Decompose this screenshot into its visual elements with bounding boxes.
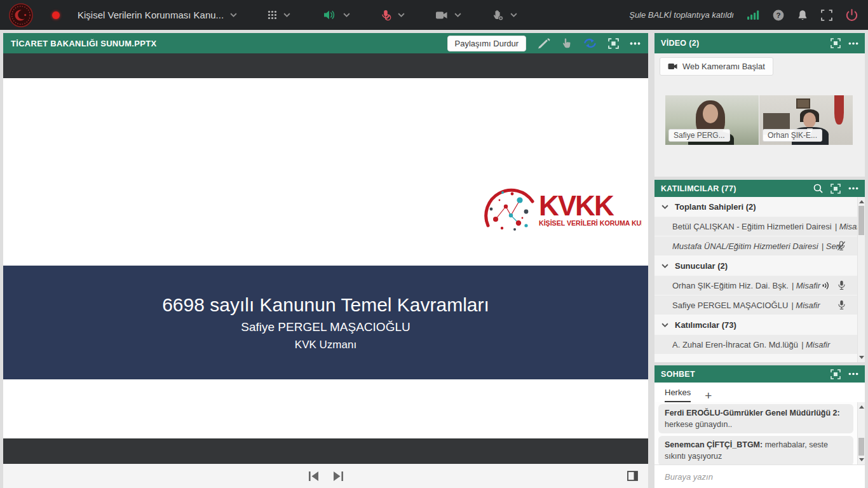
kvkk-logo: KVKK KİŞİSEL VERİLERİ KORUMA KURUMU xyxy=(483,186,642,233)
participant-tag: | Misafir xyxy=(801,340,830,349)
ministry-logo xyxy=(9,3,33,27)
chat-panel-header: SOHBET xyxy=(654,365,865,383)
sidebar-toggle-icon[interactable] xyxy=(627,471,638,481)
participant-row[interactable]: A. Zuhal Eren-İhracat Gn. Md.lüğü | Misa… xyxy=(654,335,857,354)
scroll-up-arrow[interactable] xyxy=(859,405,864,409)
chat-messages: Ferdi EROĞLU-Gümrükler Genel Müdürlüğü 2… xyxy=(654,402,865,464)
presentation-header: TİCARET BAKANLIĞI SUNUM.PPTX Paylaşımı D… xyxy=(3,33,648,53)
start-webcam-button[interactable]: Web Kameramı Başlat xyxy=(660,57,773,76)
chat-more-icon[interactable] xyxy=(848,372,858,376)
chat-maximize-icon[interactable] xyxy=(831,369,841,379)
scroll-thumb[interactable] xyxy=(858,438,864,456)
participant-row[interactable]: Mustafa ÜNAL/Eğitim Hizmetleri Dairesi |… xyxy=(654,236,857,255)
sync-swap-icon[interactable] xyxy=(583,38,597,48)
video-tile[interactable]: Orhan ŞIK-E... xyxy=(759,95,853,145)
notifications-bell-icon[interactable] xyxy=(797,10,808,21)
search-icon[interactable] xyxy=(813,184,823,193)
participant-name: Betül ÇALIŞKAN - Eğitim Hizmetleri Daire… xyxy=(672,222,832,231)
participant-name: Orhan ŞIK-Eğitim Hiz. Dai. Bşk. xyxy=(672,281,789,290)
video-more-icon[interactable] xyxy=(848,42,858,45)
microphone-chevron-icon[interactable] xyxy=(398,13,405,18)
chevron-down-icon xyxy=(661,205,668,210)
chat-tab-everyone[interactable]: Herkes xyxy=(665,388,691,402)
previous-slide-icon[interactable] xyxy=(308,471,319,481)
raise-hand-icon[interactable] xyxy=(492,10,504,21)
chat-message: Ferdi EROĞLU-Gümrükler Genel Müdürlüğü 2… xyxy=(658,404,853,433)
participant-tag: | Misafir xyxy=(835,222,857,231)
pencil-annotate-icon[interactable] xyxy=(537,38,551,49)
presentation-panel: TİCARET BAKANLIĞI SUNUM.PPTX Paylaşımı D… xyxy=(3,33,648,488)
slide-navigation xyxy=(3,464,648,488)
group-meeting-owners[interactable]: Toplantı Sahipleri (2) xyxy=(654,197,857,217)
participant-tag: | Misafir xyxy=(791,301,820,310)
apps-grid-chevron-icon[interactable] xyxy=(283,13,290,18)
pointer-hand-icon[interactable] xyxy=(562,37,572,49)
meeting-title[interactable]: Kişisel Verilerin Korunması Kanu... xyxy=(78,10,224,20)
presentation-viewport: KVKK KİŞİSEL VERİLERİ KORUMA KURUMU 6698… xyxy=(3,53,648,488)
microphone-on-icon[interactable] xyxy=(837,280,846,290)
participants-list: Toplantı Sahipleri (2) Betül ÇALIŞKAN - … xyxy=(654,197,857,362)
sidebar: VİDEO (2) xyxy=(654,33,865,488)
participant-avatar-face xyxy=(703,104,718,123)
camera-chevron-icon[interactable] xyxy=(454,13,461,18)
chat-input[interactable] xyxy=(654,472,865,482)
scroll-down-arrow[interactable] xyxy=(859,458,864,461)
participants-panel-title: KATILIMCILAR (77) xyxy=(661,184,736,193)
chat-scrollbar[interactable] xyxy=(857,402,865,464)
fullscreen-icon[interactable] xyxy=(821,10,832,21)
speaker-chevron-icon[interactable] xyxy=(343,13,350,18)
chat-panel: SOHBET Herkes + Ferd xyxy=(654,365,865,488)
participants-maximize-icon[interactable] xyxy=(831,184,841,194)
chat-input-row xyxy=(654,464,865,488)
slide-title: 6698 sayılı Kanunun Temel Kavramları xyxy=(162,294,489,316)
video-maximize-icon[interactable] xyxy=(831,38,841,48)
microphone-off-icon[interactable] xyxy=(837,241,846,251)
apps-grid-icon[interactable] xyxy=(268,10,277,20)
video-tile[interactable]: Safiye PERG... xyxy=(665,95,759,145)
participant-row[interactable]: Safiye PERGEL MAŞACIOĞLU | Misafir xyxy=(654,295,857,315)
add-chat-tab-icon[interactable]: + xyxy=(705,391,712,402)
presentation-title: TİCARET BAKANLIĞI SUNUM.PPTX xyxy=(11,39,156,48)
group-label: Toplantı Sahipleri (2) xyxy=(675,202,756,212)
chevron-down-icon xyxy=(661,264,668,269)
slide-presenter-role: KVK Uzmanı xyxy=(295,339,356,351)
scroll-down-arrow[interactable] xyxy=(859,356,864,359)
speaker-icon[interactable] xyxy=(323,10,337,20)
recording-indicator xyxy=(52,11,60,19)
group-presenters[interactable]: Sunucular (2) xyxy=(654,256,857,276)
svg-text:KVKK: KVKK xyxy=(539,190,614,221)
background-picture-frame xyxy=(796,98,810,109)
video-panel-header: VİDEO (2) xyxy=(654,33,865,53)
group-label: Katılımcılar (73) xyxy=(675,320,736,330)
group-label: Sunucular (2) xyxy=(675,261,728,271)
participants-panel: KATILIMCILAR (77) xyxy=(654,180,865,362)
video-panel: VİDEO (2) xyxy=(654,33,865,177)
video-tile-name: Safiye PERG... xyxy=(668,129,730,142)
scroll-thumb[interactable] xyxy=(858,206,864,235)
top-bar: Kişisel Verilerin Korunması Kanu... xyxy=(0,0,868,30)
background-flag xyxy=(834,95,844,125)
scroll-up-arrow[interactable] xyxy=(859,200,864,203)
participants-scrollbar[interactable] xyxy=(857,197,865,362)
stop-sharing-button[interactable]: Paylaşımı Durdur xyxy=(447,36,526,51)
slide-presenter: Safiye PERGEL MAŞACIOĞLU xyxy=(241,320,410,334)
meeting-title-chevron-icon[interactable] xyxy=(230,13,237,18)
camera-icon[interactable] xyxy=(435,11,448,20)
participants-more-icon[interactable] xyxy=(848,187,858,190)
microphone-muted-icon[interactable] xyxy=(381,10,391,21)
help-icon[interactable]: ? xyxy=(773,10,784,21)
participant-row[interactable]: Betül ÇALIŞKAN - Eğitim Hizmetleri Daire… xyxy=(654,217,857,236)
participant-avatar-face xyxy=(803,112,816,128)
participants-panel-header: KATILIMCILAR (77) xyxy=(654,180,865,197)
start-webcam-label: Web Kameramı Başlat xyxy=(682,62,765,71)
svg-text:?: ? xyxy=(776,11,780,19)
video-panel-title: VİDEO (2) xyxy=(661,39,699,48)
panel-more-icon[interactable] xyxy=(630,42,641,45)
panel-maximize-icon[interactable] xyxy=(608,38,619,49)
raise-hand-chevron-icon[interactable] xyxy=(510,13,517,18)
leave-power-icon[interactable] xyxy=(846,9,858,21)
next-slide-icon[interactable] xyxy=(333,471,344,481)
group-attendees[interactable]: Katılımcılar (73) xyxy=(654,315,857,335)
microphone-on-icon[interactable] xyxy=(837,300,846,310)
participant-row[interactable]: Orhan ŞIK-Eğitim Hiz. Dai. Bşk. | Misafi… xyxy=(654,276,857,295)
